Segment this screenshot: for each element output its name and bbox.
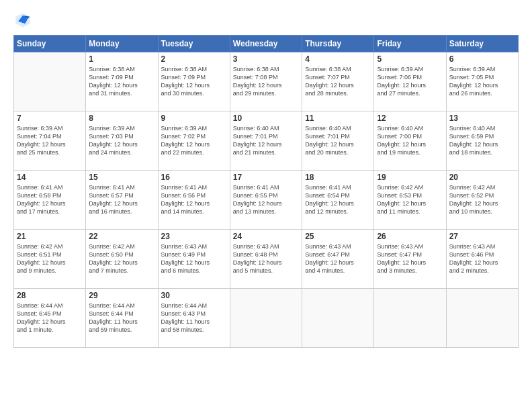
calendar-cell — [302, 289, 374, 348]
weekday-header-monday: Monday — [86, 36, 158, 52]
day-number: 14 — [17, 173, 83, 182]
day-info: Sunrise: 6:41 AMSunset: 6:57 PMDaylight:… — [89, 183, 154, 216]
day-number: 24 — [233, 232, 299, 241]
weekday-header-wednesday: Wednesday — [230, 36, 302, 52]
day-info: Sunrise: 6:44 AMSunset: 6:43 PMDaylight:… — [161, 302, 227, 334]
day-info: Sunrise: 6:38 AMSunset: 7:09 PMDaylight:… — [161, 65, 227, 98]
calendar-cell: 16Sunrise: 6:41 AMSunset: 6:56 PMDayligh… — [158, 171, 230, 230]
calendar-cell — [14, 52, 86, 111]
calendar-cell: 21Sunrise: 6:42 AMSunset: 6:51 PMDayligh… — [14, 230, 86, 289]
day-number: 2 — [161, 54, 227, 64]
weekday-header-saturday: Saturday — [446, 36, 518, 52]
calendar-cell: 8Sunrise: 6:39 AMSunset: 7:03 PMDaylight… — [86, 111, 158, 171]
day-info: Sunrise: 6:40 AMSunset: 7:01 PMDaylight:… — [305, 124, 371, 157]
calendar-cell: 25Sunrise: 6:43 AMSunset: 6:47 PMDayligh… — [302, 230, 374, 289]
day-info: Sunrise: 6:43 AMSunset: 6:46 PMDaylight:… — [449, 242, 515, 275]
day-number: 27 — [449, 232, 515, 241]
calendar-cell: 30Sunrise: 6:44 AMSunset: 6:43 PMDayligh… — [158, 289, 230, 348]
calendar-cell — [230, 289, 302, 348]
calendar-cell: 18Sunrise: 6:41 AMSunset: 6:54 PMDayligh… — [302, 171, 374, 230]
day-number: 26 — [377, 232, 443, 241]
calendar-cell: 24Sunrise: 6:43 AMSunset: 6:48 PMDayligh… — [230, 230, 302, 289]
calendar-cell: 14Sunrise: 6:41 AMSunset: 6:58 PMDayligh… — [14, 171, 86, 230]
day-number: 3 — [233, 54, 299, 64]
day-info: Sunrise: 6:43 AMSunset: 6:47 PMDaylight:… — [377, 242, 443, 275]
calendar-cell: 5Sunrise: 6:39 AMSunset: 7:06 PMDaylight… — [374, 52, 446, 111]
day-number: 11 — [305, 113, 371, 123]
calendar-cell: 9Sunrise: 6:39 AMSunset: 7:02 PMDaylight… — [158, 111, 230, 171]
day-info: Sunrise: 6:38 AMSunset: 7:09 PMDaylight:… — [89, 65, 154, 98]
calendar-table: SundayMondayTuesdayWednesdayThursdayFrid… — [13, 35, 519, 348]
calendar-page: SundayMondayTuesdayWednesdayThursdayFrid… — [0, 0, 532, 411]
day-info: Sunrise: 6:40 AMSunset: 6:59 PMDaylight:… — [449, 124, 515, 157]
calendar-cell: 13Sunrise: 6:40 AMSunset: 6:59 PMDayligh… — [446, 111, 518, 171]
calendar-cell: 10Sunrise: 6:40 AMSunset: 7:01 PMDayligh… — [230, 111, 302, 171]
page-header — [13, 11, 519, 30]
calendar-cell: 20Sunrise: 6:42 AMSunset: 6:52 PMDayligh… — [446, 171, 518, 230]
day-number: 20 — [449, 173, 515, 182]
calendar-cell — [446, 289, 518, 348]
day-number: 18 — [305, 173, 371, 182]
calendar-cell: 11Sunrise: 6:40 AMSunset: 7:01 PMDayligh… — [302, 111, 374, 171]
day-info: Sunrise: 6:39 AMSunset: 7:02 PMDaylight:… — [161, 124, 227, 157]
calendar-cell — [374, 289, 446, 348]
day-info: Sunrise: 6:43 AMSunset: 6:49 PMDaylight:… — [161, 242, 227, 275]
day-info: Sunrise: 6:40 AMSunset: 7:01 PMDaylight:… — [233, 124, 299, 157]
day-number: 23 — [161, 232, 227, 241]
calendar-cell: 26Sunrise: 6:43 AMSunset: 6:47 PMDayligh… — [374, 230, 446, 289]
day-number: 4 — [305, 54, 371, 64]
calendar-cell: 4Sunrise: 6:38 AMSunset: 7:07 PMDaylight… — [302, 52, 374, 111]
day-info: Sunrise: 6:39 AMSunset: 7:03 PMDaylight:… — [89, 124, 154, 157]
day-number: 12 — [377, 113, 443, 123]
day-info: Sunrise: 6:41 AMSunset: 6:54 PMDaylight:… — [305, 183, 371, 216]
weekday-header-friday: Friday — [374, 36, 446, 52]
calendar-cell: 17Sunrise: 6:41 AMSunset: 6:55 PMDayligh… — [230, 171, 302, 230]
weekday-header-tuesday: Tuesday — [158, 36, 230, 52]
day-number: 5 — [377, 54, 443, 64]
day-info: Sunrise: 6:41 AMSunset: 6:58 PMDaylight:… — [17, 183, 83, 216]
calendar-cell: 22Sunrise: 6:42 AMSunset: 6:50 PMDayligh… — [86, 230, 158, 289]
day-info: Sunrise: 6:38 AMSunset: 7:07 PMDaylight:… — [305, 65, 371, 98]
day-number: 15 — [89, 173, 154, 182]
day-info: Sunrise: 6:42 AMSunset: 6:51 PMDaylight:… — [17, 242, 83, 275]
day-info: Sunrise: 6:43 AMSunset: 6:48 PMDaylight:… — [233, 242, 299, 275]
day-number: 30 — [161, 291, 227, 300]
day-number: 6 — [449, 54, 515, 64]
day-info: Sunrise: 6:43 AMSunset: 6:47 PMDaylight:… — [305, 242, 371, 275]
logo — [13, 11, 36, 30]
day-number: 13 — [449, 113, 515, 123]
calendar-cell: 28Sunrise: 6:44 AMSunset: 6:45 PMDayligh… — [14, 289, 86, 348]
day-number: 1 — [89, 54, 154, 64]
day-number: 25 — [305, 232, 371, 241]
calendar-cell: 1Sunrise: 6:38 AMSunset: 7:09 PMDaylight… — [86, 52, 158, 111]
calendar-cell: 6Sunrise: 6:39 AMSunset: 7:05 PMDaylight… — [446, 52, 518, 111]
day-number: 9 — [161, 113, 227, 123]
day-info: Sunrise: 6:39 AMSunset: 7:05 PMDaylight:… — [449, 65, 515, 98]
day-number: 7 — [17, 113, 83, 123]
day-number: 21 — [17, 232, 83, 241]
day-number: 29 — [89, 291, 154, 300]
calendar-cell: 27Sunrise: 6:43 AMSunset: 6:46 PMDayligh… — [446, 230, 518, 289]
calendar-cell: 23Sunrise: 6:43 AMSunset: 6:49 PMDayligh… — [158, 230, 230, 289]
calendar-cell: 2Sunrise: 6:38 AMSunset: 7:09 PMDaylight… — [158, 52, 230, 111]
logo-icon — [13, 11, 32, 30]
day-number: 10 — [233, 113, 299, 123]
day-number: 19 — [377, 173, 443, 182]
calendar-cell: 3Sunrise: 6:38 AMSunset: 7:08 PMDaylight… — [230, 52, 302, 111]
day-number: 16 — [161, 173, 227, 182]
day-info: Sunrise: 6:40 AMSunset: 7:00 PMDaylight:… — [377, 124, 443, 157]
day-info: Sunrise: 6:41 AMSunset: 6:56 PMDaylight:… — [161, 183, 227, 216]
day-info: Sunrise: 6:42 AMSunset: 6:50 PMDaylight:… — [89, 242, 154, 275]
calendar-cell: 19Sunrise: 6:42 AMSunset: 6:53 PMDayligh… — [374, 171, 446, 230]
day-info: Sunrise: 6:39 AMSunset: 7:04 PMDaylight:… — [17, 124, 83, 157]
day-number: 22 — [89, 232, 154, 241]
day-info: Sunrise: 6:39 AMSunset: 7:06 PMDaylight:… — [377, 65, 443, 98]
day-info: Sunrise: 6:44 AMSunset: 6:45 PMDaylight:… — [17, 302, 83, 334]
day-info: Sunrise: 6:38 AMSunset: 7:08 PMDaylight:… — [233, 65, 299, 98]
weekday-header-thursday: Thursday — [302, 36, 374, 52]
day-number: 28 — [17, 291, 83, 300]
day-number: 8 — [89, 113, 154, 123]
calendar-cell: 7Sunrise: 6:39 AMSunset: 7:04 PMDaylight… — [14, 111, 86, 171]
calendar-cell: 15Sunrise: 6:41 AMSunset: 6:57 PMDayligh… — [86, 171, 158, 230]
weekday-header-row: SundayMondayTuesdayWednesdayThursdayFrid… — [14, 36, 519, 52]
